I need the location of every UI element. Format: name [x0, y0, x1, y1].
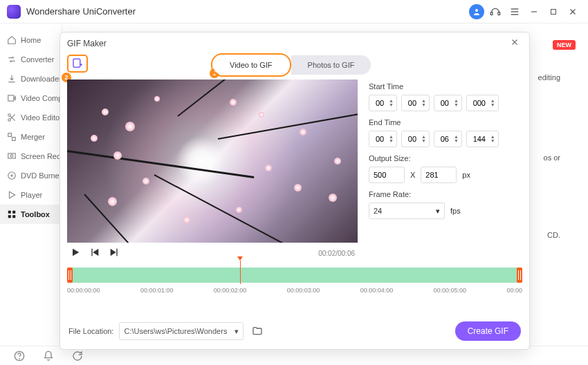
- sidebar-item-merger[interactable]: Merger: [0, 127, 62, 147]
- chevron-down-icon: ▾: [436, 207, 440, 216]
- start-hour-stepper[interactable]: ▲▼: [369, 95, 397, 111]
- output-size-label: Output Size:: [369, 154, 522, 162]
- svg-point-11: [8, 114, 11, 117]
- spinner-arrows-icon[interactable]: ▲▼: [421, 99, 426, 107]
- start-min-stepper[interactable]: ▲▼: [401, 95, 430, 111]
- svg-marker-32: [111, 249, 116, 256]
- svg-rect-20: [8, 211, 11, 214]
- maximize-button[interactable]: [545, 3, 562, 20]
- new-badge: NEW: [553, 40, 576, 50]
- feedback-icon[interactable]: [69, 348, 86, 364]
- timeline-start-handle[interactable]: [67, 268, 73, 283]
- start-sec-input[interactable]: [437, 99, 452, 107]
- file-location-select[interactable]: C:\Users\ws\Pictures\Wonders ▾: [119, 322, 244, 340]
- svg-rect-21: [12, 211, 15, 214]
- spinner-arrows-icon[interactable]: ▲▼: [454, 99, 459, 107]
- sidebar-item-toolbox[interactable]: Toolbox: [0, 205, 62, 224]
- sidebar-item-label: Screen Recorder: [21, 152, 62, 160]
- frame-rate-select[interactable]: 24 ▾: [369, 203, 445, 219]
- end-ms-stepper[interactable]: ▲▼: [466, 131, 499, 147]
- next-frame-button[interactable]: [109, 247, 121, 259]
- start-ms-stepper[interactable]: ▲▼: [466, 95, 499, 111]
- play-button[interactable]: [70, 247, 82, 259]
- sidebar-item-video-compressor[interactable]: Video Compressor: [0, 88, 62, 108]
- svg-rect-15: [8, 153, 16, 158]
- sidebar-item-video-editor[interactable]: Video Editor: [0, 108, 62, 127]
- sidebar-item-label: Merger: [21, 133, 45, 141]
- svg-point-16: [10, 155, 13, 158]
- time-tick: 00:00:00:00: [67, 287, 100, 294]
- sidebar: Home Converter Downloader Video Compress…: [0, 24, 62, 346]
- end-time-label: End Time: [369, 118, 522, 127]
- open-folder-button[interactable]: [249, 323, 266, 339]
- svg-point-18: [11, 175, 12, 176]
- svg-point-25: [19, 358, 20, 359]
- title-bar: Wondershare UniConverter: [0, 0, 588, 24]
- start-min-input[interactable]: [405, 99, 420, 107]
- chevron-down-icon: ▾: [235, 327, 239, 336]
- create-gif-button[interactable]: Create GIF: [455, 321, 521, 341]
- start-ms-input[interactable]: [470, 99, 489, 107]
- bg-hint: CD.: [547, 231, 560, 239]
- sidebar-item-home[interactable]: Home: [0, 30, 62, 50]
- spinner-arrows-icon[interactable]: ▲▼: [454, 135, 459, 143]
- prev-frame-button[interactable]: [89, 247, 102, 259]
- minimize-button[interactable]: [526, 3, 542, 20]
- sidebar-item-label: Video Editor: [21, 113, 62, 122]
- close-button[interactable]: [564, 3, 581, 20]
- sidebar-item-label: Downloader: [21, 75, 62, 83]
- app-logo-icon: [7, 5, 21, 19]
- user-account-icon[interactable]: [469, 4, 484, 19]
- end-hour-input[interactable]: [372, 135, 387, 143]
- dialog-title: GIF Maker: [67, 39, 510, 48]
- home-icon: [7, 35, 17, 45]
- start-sec-stepper[interactable]: ▲▼: [434, 95, 462, 111]
- support-icon[interactable]: [487, 3, 504, 20]
- notification-icon[interactable]: [40, 348, 57, 364]
- spinner-arrows-icon[interactable]: ▲▼: [421, 135, 426, 143]
- close-icon[interactable]: [510, 37, 522, 50]
- sidebar-item-converter[interactable]: Converter: [0, 50, 62, 69]
- menu-icon[interactable]: [506, 3, 523, 20]
- compress-icon: [7, 93, 17, 103]
- sidebar-item-player[interactable]: Player: [0, 185, 62, 205]
- end-min-input[interactable]: [405, 135, 420, 143]
- end-sec-stepper[interactable]: ▲▼: [434, 131, 462, 147]
- output-height-input[interactable]: [421, 167, 457, 183]
- timeline-end-handle[interactable]: [517, 268, 522, 283]
- sidebar-item-label: DVD Burner: [21, 171, 62, 180]
- spinner-arrows-icon[interactable]: ▲▼: [389, 135, 394, 143]
- merge-icon: [7, 132, 17, 142]
- spinner-arrows-icon[interactable]: ▲▼: [490, 135, 495, 143]
- sidebar-item-downloader[interactable]: Downloader: [0, 69, 62, 88]
- output-width-input[interactable]: [369, 167, 405, 183]
- end-ms-input[interactable]: [470, 135, 489, 143]
- help-icon[interactable]: [11, 348, 28, 364]
- start-hour-input[interactable]: [372, 99, 387, 107]
- tab-photos-to-gif[interactable]: Photos to GIF: [291, 55, 371, 75]
- timeline-cursor[interactable]: [240, 261, 241, 284]
- time-tick: 00:00:04:00: [360, 287, 394, 294]
- time-tick: 00:00:03:00: [287, 287, 320, 294]
- bg-hint: os or: [544, 153, 560, 162]
- end-sec-input[interactable]: [437, 135, 452, 143]
- svg-point-12: [8, 119, 11, 122]
- svg-rect-30: [91, 249, 92, 256]
- spinner-arrows-icon[interactable]: ▲▼: [490, 99, 495, 107]
- end-hour-stepper[interactable]: ▲▼: [369, 131, 397, 147]
- convert-icon: [7, 55, 17, 64]
- svg-rect-10: [8, 95, 14, 101]
- spinner-arrows-icon[interactable]: ▲▼: [389, 99, 394, 107]
- sidebar-item-screen-recorder[interactable]: Screen Recorder: [0, 147, 62, 166]
- time-tick: 00:00:01:00: [140, 287, 174, 294]
- svg-marker-29: [73, 249, 79, 256]
- svg-rect-14: [12, 138, 16, 141]
- add-file-button[interactable]: [67, 55, 88, 73]
- frame-rate-label: Frame Rate:: [369, 190, 522, 198]
- tab-video-to-gif[interactable]: Video to GIF: [213, 55, 289, 75]
- video-preview[interactable]: [67, 79, 358, 243]
- record-icon: [7, 151, 17, 161]
- end-min-stepper[interactable]: ▲▼: [401, 131, 430, 147]
- timeline-track[interactable]: [67, 268, 522, 283]
- sidebar-item-dvd-burner[interactable]: DVD Burner: [0, 166, 62, 185]
